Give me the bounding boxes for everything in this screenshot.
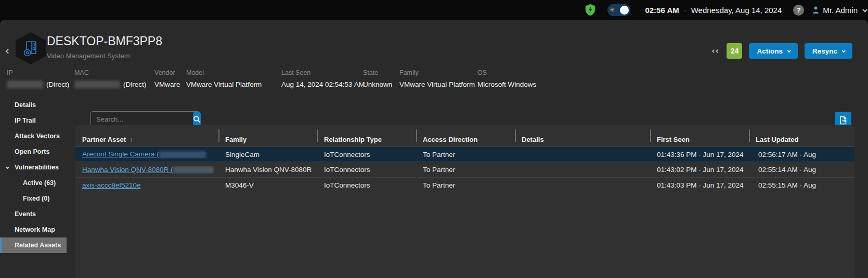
info-field-ip: IP (Direct) xyxy=(7,69,69,88)
column-header-partner-asset[interactable]: Partner Asset ↑ xyxy=(75,125,218,147)
sidebar-item-attack-vectors[interactable]: Attack Vectors xyxy=(0,128,75,144)
column-header-family[interactable]: Family xyxy=(218,125,317,147)
partner-asset-link[interactable]: Hanwha Vision QNV-8080R ( xyxy=(82,166,214,174)
device-type-hexagon-icon xyxy=(16,32,46,64)
info-value: VMware Virtual Platform xyxy=(399,81,475,88)
partner-asset-name: axis-accc8ef5210e xyxy=(82,181,141,189)
security-shield-icon xyxy=(585,4,596,16)
resync-button[interactable]: Resync xyxy=(805,43,852,59)
info-field-os: OS Microsoft Windows xyxy=(477,69,536,88)
sidebar-item-network-map[interactable]: Network Map xyxy=(0,222,75,237)
table-header-row: Partner Asset ↑ Family Relationship Type… xyxy=(75,125,854,147)
info-value: Aug 14, 2024 02:54:53 AM xyxy=(281,81,365,88)
device-tabs-sidebar: Details IP Trail Attack Vectors Open Por… xyxy=(0,97,75,253)
info-label: Family xyxy=(399,69,475,76)
family-cell: M3046-V xyxy=(218,181,317,189)
sidebar-item-open-ports[interactable]: Open Ports xyxy=(0,144,75,160)
redacted-value xyxy=(7,81,43,88)
last-updated-cell: 02:55:15 AM · Aug xyxy=(749,181,854,189)
sidebar-item-label: Attack Vectors xyxy=(15,133,60,140)
info-field-family: Family VMware Virtual Platform xyxy=(399,69,475,88)
collapse-panel-button[interactable] xyxy=(712,50,719,52)
relationship-type-cell: IoTConnectors xyxy=(317,181,416,189)
last-updated-cell: 02:56:17 AM · Aug xyxy=(749,151,854,158)
resync-button-label: Resync xyxy=(812,47,837,55)
family-cell: SingleCam xyxy=(218,151,317,158)
info-label: State xyxy=(363,69,392,76)
chevron-down-icon xyxy=(6,165,9,169)
theme-toggle[interactable]: ☀ xyxy=(607,4,630,16)
column-header-first-seen[interactable]: First Seen xyxy=(650,125,749,147)
chevron-left-icon xyxy=(716,49,719,52)
chevron-down-icon xyxy=(842,49,846,52)
partner-asset-link[interactable]: Arecont Single Camera ( xyxy=(82,150,206,158)
info-value: VMware Virtual Platform xyxy=(186,81,262,88)
sidebar-item-ip-trail[interactable]: IP Trail xyxy=(0,113,75,128)
sidebar-item-label: Active (63) xyxy=(23,179,56,187)
info-field-mac: MAC (Direct) xyxy=(74,69,146,88)
relationship-type-cell: IoTConnectors xyxy=(317,151,416,158)
column-header-access-direction[interactable]: Access Direction xyxy=(416,125,515,147)
partner-asset-name: Arecont Single Camera ( xyxy=(82,150,159,158)
chevron-left-icon xyxy=(6,49,11,54)
info-value: Unknown xyxy=(363,81,392,88)
column-header-label: Family xyxy=(225,136,247,143)
family-cell: Hanwha Vision QNV-8080R xyxy=(218,166,317,174)
column-header-label: First Seen xyxy=(657,136,690,143)
info-field-last-seen: Last Seen Aug 14, 2024 02:54:53 AM xyxy=(281,69,365,88)
clock-time: 02:56 AM xyxy=(645,6,679,15)
partner-asset-link[interactable]: axis-accc8ef5210e xyxy=(82,181,141,189)
table-row[interactable]: Hanwha Vision QNV-8080R ( Hanwha Vision … xyxy=(75,162,854,178)
column-header-relationship-type[interactable]: Relationship Type xyxy=(317,125,416,147)
info-label: Vendor xyxy=(154,69,180,76)
sidebar-item-events[interactable]: Events xyxy=(0,206,75,222)
info-label: MAC xyxy=(74,69,146,76)
column-header-label: Last Updated xyxy=(756,136,798,143)
sort-ascending-icon: ↑ xyxy=(129,136,133,143)
related-assets-panel: Partner Asset ↑ Family Relationship Type… xyxy=(75,125,854,278)
info-label: OS xyxy=(477,69,536,76)
user-name: Mr. Admin xyxy=(823,6,858,15)
sidebar-item-label: Network Map xyxy=(15,226,55,233)
back-button[interactable] xyxy=(6,46,10,55)
search-button[interactable] xyxy=(193,112,201,126)
risk-score-badge[interactable]: 24 xyxy=(727,43,742,59)
sidebar-item-related-assets[interactable]: Related Assets xyxy=(0,237,67,253)
info-value: (Direct) xyxy=(123,81,146,88)
separator-dot: · xyxy=(684,6,686,15)
info-value: (Direct) xyxy=(46,81,69,88)
info-label: IP xyxy=(7,69,69,76)
info-field-state: State Unknown xyxy=(363,69,392,88)
sidebar-item-label: Events xyxy=(15,210,36,218)
info-field-model: Model VMware Virtual Platform xyxy=(186,69,262,88)
user-menu[interactable]: Mr. Admin xyxy=(812,6,865,15)
sidebar-item-vulnerabilities[interactable]: Vulnerabilities xyxy=(0,160,75,175)
device-page: DESKTOP-BMF3PP8 Video Management System … xyxy=(0,20,868,278)
table-row[interactable]: Arecont Single Camera ( SingleCam IoTCon… xyxy=(75,147,854,162)
actions-button-label: Actions xyxy=(757,47,783,55)
column-header-label: Access Direction xyxy=(423,136,478,143)
column-header-last-updated[interactable]: Last Updated xyxy=(749,125,854,147)
info-label: Last Seen xyxy=(281,69,365,76)
column-header-label: Relationship Type xyxy=(324,136,382,143)
redacted-value xyxy=(159,151,206,158)
table-row[interactable]: axis-accc8ef5210e M3046-V IoTConnectors … xyxy=(75,178,854,193)
sidebar-item-vulnerabilities-active[interactable]: Active (63) xyxy=(0,175,75,191)
access-direction-cell: To Partner xyxy=(416,181,515,189)
relationship-type-cell: IoTConnectors xyxy=(317,166,416,174)
help-icon[interactable]: ? xyxy=(793,5,804,16)
actions-button[interactable]: Actions xyxy=(749,43,798,59)
sidebar-item-label: Related Assets xyxy=(15,242,61,249)
sidebar-item-label: Open Ports xyxy=(15,148,49,155)
column-header-label: Details xyxy=(522,136,544,143)
page-title: DESKTOP-BMF3PP8 xyxy=(47,34,162,48)
sidebar-item-details[interactable]: Details xyxy=(0,97,75,113)
search-icon xyxy=(193,115,201,123)
column-header-details[interactable]: Details xyxy=(515,125,650,147)
first-seen-cell: 01:43:36 PM · Jun 17, 2024 xyxy=(650,151,749,158)
info-value: VMware xyxy=(154,81,180,88)
sidebar-item-vulnerabilities-fixed[interactable]: Fixed (0) xyxy=(0,191,75,206)
sidebar-item-label: IP Trail xyxy=(15,117,36,124)
sidebar-item-label: Fixed (0) xyxy=(23,195,49,202)
access-direction-cell: To Partner xyxy=(416,166,515,174)
